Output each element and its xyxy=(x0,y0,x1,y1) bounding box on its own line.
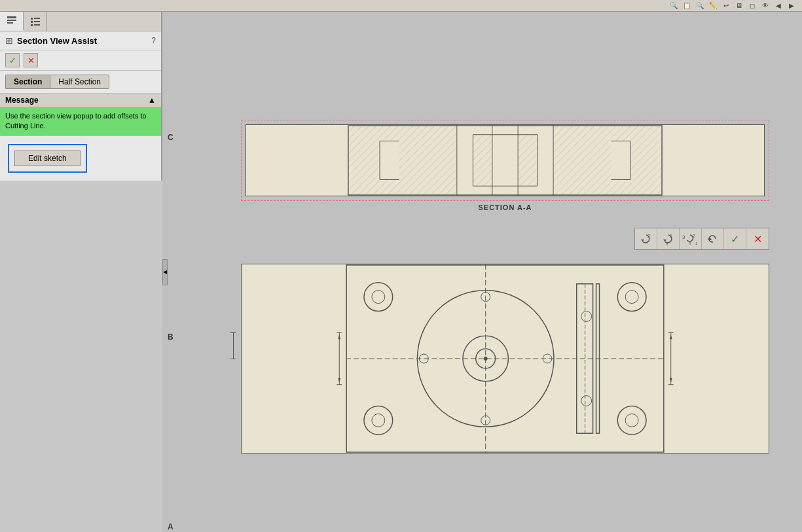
top-toolbar: 🔍 📋 🔍 ✏️ ↩ 🖥 ◻ 👁 ◀ ▶ xyxy=(0,0,802,12)
tab-tree[interactable] xyxy=(24,12,47,31)
panel-header: ⊞ Section View Assist ? xyxy=(0,31,161,50)
edit-sketch-button[interactable]: Edit sketch xyxy=(14,151,81,166)
svg-rect-0 xyxy=(7,16,16,18)
undo-icon[interactable]: ↩ xyxy=(721,1,731,11)
svg-text:1: 1 xyxy=(695,241,698,245)
message-section: Message ▲ Use the section view popup to … xyxy=(0,94,161,136)
panel-tab-bar xyxy=(0,12,161,31)
svg-text:6: 6 xyxy=(689,241,691,245)
section-toolbar: 2 61 3621 ✓ ✕ xyxy=(634,228,769,250)
svg-text:6: 6 xyxy=(666,241,668,245)
dim-left-vertical xyxy=(233,332,234,359)
toolbar-btn-61[interactable]: 61 xyxy=(657,228,680,249)
svg-rect-5 xyxy=(31,21,33,23)
toolbar-icons: 🔍 📋 🔍 ✏️ ↩ 🖥 ◻ 👁 ◀ ▶ xyxy=(668,1,797,11)
next-icon[interactable]: ▶ xyxy=(786,1,797,11)
section-label: SECTION A-A xyxy=(241,204,769,211)
panel-title: Section View Assist xyxy=(17,36,147,46)
cancel-button[interactable]: ✕ xyxy=(24,53,38,67)
message-title: Message xyxy=(5,96,39,105)
panel-collapse-handle[interactable]: ◀ xyxy=(162,259,168,285)
svg-text:1: 1 xyxy=(670,234,672,238)
section-tab-btn[interactable]: Section xyxy=(5,75,50,89)
dim-left-top-tick xyxy=(230,332,236,333)
section-view-icon: ⊞ xyxy=(5,35,13,46)
svg-rect-6 xyxy=(34,21,40,22)
svg-marker-73 xyxy=(338,378,340,383)
svg-text:2: 2 xyxy=(647,234,650,238)
plan-view-container xyxy=(241,264,769,453)
section-view-dashed-box xyxy=(241,120,769,201)
plan-drawing xyxy=(241,264,769,453)
svg-rect-2 xyxy=(7,22,13,24)
box-icon[interactable]: ◻ xyxy=(747,1,757,11)
svg-rect-8 xyxy=(34,24,40,26)
svg-rect-13 xyxy=(492,125,518,196)
help-button[interactable]: ? xyxy=(151,36,156,45)
dim-left-bot-tick xyxy=(230,359,236,359)
left-panel-wrapper: ⊞ Section View Assist ? ✓ ✕ Section Half… xyxy=(0,12,162,532)
svg-rect-4 xyxy=(34,18,40,19)
tab-properties[interactable] xyxy=(0,12,24,31)
svg-marker-40 xyxy=(708,237,712,240)
message-content: Use the section view popup to add offset… xyxy=(0,107,161,135)
svg-rect-3 xyxy=(31,18,33,20)
row-label-a: A xyxy=(168,522,173,531)
action-row: ✓ ✕ xyxy=(0,50,161,71)
copy-icon[interactable]: 📋 xyxy=(682,1,692,11)
left-panel: ⊞ Section View Assist ? ✓ ✕ Section Half… xyxy=(0,12,162,181)
row-label-c: C xyxy=(168,133,173,142)
toolbar-btn-undo[interactable] xyxy=(702,228,724,249)
canvas-area: C B A xyxy=(162,12,802,532)
half-section-tab-btn[interactable]: Half Section xyxy=(50,75,109,89)
toolbar-btn-accept[interactable]: ✓ xyxy=(724,228,746,249)
toolbar-btn-362[interactable]: 3621 xyxy=(680,228,702,249)
tree-tab-icon xyxy=(29,16,41,27)
prev-icon[interactable]: ◀ xyxy=(773,1,784,11)
section-view-container: SECTION A-A xyxy=(241,120,769,211)
search-icon[interactable]: 🔍 xyxy=(668,1,679,11)
toolbar-btn-rotate2[interactable]: 2 xyxy=(635,228,657,249)
svg-rect-1 xyxy=(7,20,16,21)
edit-icon[interactable]: ✏️ xyxy=(708,1,718,11)
properties-tab-icon xyxy=(6,15,18,27)
section-drawing xyxy=(246,124,765,196)
accept-button[interactable]: ✓ xyxy=(5,53,20,67)
svg-rect-15 xyxy=(611,141,630,180)
svg-rect-14 xyxy=(380,141,399,180)
svg-text:2: 2 xyxy=(693,234,695,238)
main-area: ⊞ Section View Assist ? ✓ ✕ Section Half… xyxy=(0,12,802,532)
edit-sketch-wrapper: Edit sketch xyxy=(8,144,87,173)
message-header: Message ▲ xyxy=(0,94,161,107)
svg-marker-72 xyxy=(338,334,340,339)
monitor-icon[interactable]: 🖥 xyxy=(734,1,744,11)
section-drawing-svg xyxy=(246,125,764,196)
plan-drawing-svg xyxy=(242,264,769,453)
message-collapse-btn[interactable]: ▲ xyxy=(148,96,156,105)
edit-sketch-container: Edit sketch xyxy=(0,136,161,181)
zoom-icon[interactable]: 🔍 xyxy=(695,1,705,11)
svg-rect-7 xyxy=(31,24,33,26)
svg-marker-31 xyxy=(641,239,644,241)
svg-marker-74 xyxy=(670,334,672,339)
eye-icon[interactable]: 👁 xyxy=(760,1,771,11)
svg-marker-75 xyxy=(670,378,672,383)
section-tabs: Section Half Section xyxy=(0,71,161,94)
toolbar-btn-cancel[interactable]: ✕ xyxy=(746,228,769,249)
row-label-b: B xyxy=(168,332,173,342)
svg-text:3: 3 xyxy=(682,234,685,240)
